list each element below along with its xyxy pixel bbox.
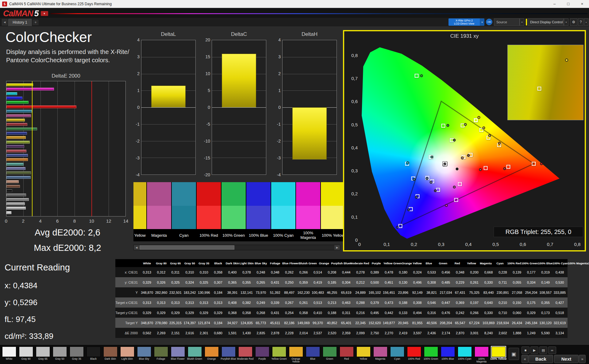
- pin-button[interactable]: ▪: [584, 18, 588, 26]
- display-control-caret[interactable]: ▾: [564, 18, 568, 26]
- patch-color: [407, 347, 421, 357]
- axis-tick-label: 10: [89, 218, 94, 224]
- patch-swatch[interactable]: Orange Yellow: [287, 347, 304, 363]
- target-window-button[interactable]: ▣: [509, 348, 519, 360]
- patch-swatch[interactable]: 100% Green: [422, 347, 439, 363]
- patch-swatch[interactable]: White: [1, 347, 17, 363]
- deltae-bar-row: [6, 207, 125, 210]
- swatch-measured-color: [296, 206, 320, 229]
- swatch-scrollbar[interactable]: ◀ ▶: [133, 245, 340, 250]
- patch-swatch[interactable]: Yellow: [355, 347, 372, 363]
- axis-tick-label: 0: [355, 237, 358, 243]
- swatch-measured-color: [197, 206, 221, 229]
- patch-swatch[interactable]: Foliage: [152, 347, 169, 363]
- swatch-colors: [246, 182, 271, 229]
- patch-swatch[interactable]: Purple: [254, 347, 271, 363]
- patch-swatch[interactable]: Orange: [203, 347, 220, 363]
- table-cell: 65,773: [254, 318, 268, 328]
- table-row: x: CIE310,3130,3120,3110,3100,3100,3580,…: [115, 267, 568, 277]
- meter-dropdown-caret[interactable]: ▾: [480, 18, 484, 26]
- patch-swatch[interactable]: Bluish Green: [186, 347, 203, 363]
- deltae-target-line: [32, 81, 33, 216]
- patch-swatch[interactable]: Green: [321, 347, 338, 363]
- settings-gear-button[interactable]: ⚙: [570, 18, 577, 26]
- patch-label: Purple: [254, 358, 271, 363]
- next-button[interactable]: Next: [554, 355, 579, 363]
- current-reading-cdm2: cd/m²: 333,89: [5, 331, 53, 341]
- scrollbar-thumb[interactable]: [140, 245, 234, 250]
- swatch-cell[interactable]: 100% Cyan: [271, 182, 295, 241]
- add-tab-button[interactable]: +: [33, 20, 39, 25]
- swatch-cell[interactable]: Yellow: [133, 182, 146, 241]
- tab-history-1[interactable]: History 1: [8, 19, 32, 26]
- patch-swatch[interactable]: 100% Red: [406, 347, 422, 363]
- deltae-bar: [6, 105, 76, 108]
- logo-menu-button[interactable]: ▾: [41, 11, 48, 16]
- deltae-bar-row: [6, 193, 125, 197]
- patch-swatch[interactable]: Gray 65: [34, 347, 51, 363]
- meter-selector-button[interactable]: X-Rite i1Pro 2 LCD Direct View: [448, 18, 480, 26]
- patch-swatch[interactable]: Dark Skin: [102, 347, 119, 363]
- display-control-selector[interactable]: Direct Display Control: [528, 18, 564, 26]
- swatch-cell[interactable]: Magenta: [147, 182, 171, 241]
- patch-swatch[interactable]: 100% Blue: [439, 347, 456, 363]
- measure-play-button[interactable]: ▶: [530, 347, 538, 354]
- tab-scroll-left-button[interactable]: ◀: [2, 19, 7, 25]
- patch-swatch[interactable]: Purplish Blue: [220, 347, 237, 363]
- patch-swatch[interactable]: Yellow Green: [271, 347, 287, 363]
- patch-swatch[interactable]: Black: [85, 347, 102, 363]
- patch-swatch[interactable]: 100% Yellow: [490, 347, 507, 363]
- swatch-cell[interactable]: 100% Green: [221, 182, 246, 241]
- scroll-right-button[interactable]: ▶: [334, 245, 340, 250]
- grid-line: [212, 158, 266, 158]
- help-button[interactable]: ?: [578, 18, 583, 26]
- y-axis-labels: -4-3-2-101234: [132, 40, 140, 175]
- display-control-accent: [526, 19, 527, 25]
- measure-read-button[interactable]: ▤: [539, 347, 547, 354]
- swatch-measured-color: [147, 206, 171, 229]
- swatch-cell[interactable]: 100% Magenta: [296, 182, 320, 241]
- table-cell: 0,444: [339, 267, 353, 277]
- next-arrows-button[interactable]: »: [579, 355, 586, 363]
- table-cell: 232,501: [168, 287, 183, 297]
- swatch-cell[interactable]: 100% Yellow: [321, 182, 345, 241]
- scroll-left-button[interactable]: ◀: [134, 245, 139, 250]
- patch-swatch[interactable]: Blue Flower: [169, 347, 186, 363]
- patch-color: [306, 347, 320, 357]
- patch-label: Gray 65: [35, 358, 51, 363]
- cie-measured-marker: [479, 168, 482, 171]
- minimize-button[interactable]: –: [548, 0, 561, 8]
- swatch-cell[interactable]: 100% Blue: [246, 182, 271, 241]
- patch-swatch[interactable]: Gray 35: [68, 347, 85, 363]
- maximize-button[interactable]: □: [561, 0, 575, 8]
- table-cell: 0,358: [296, 308, 310, 318]
- patch-swatch[interactable]: Gray 80: [17, 347, 34, 363]
- source-selector[interactable]: Source: [494, 18, 520, 26]
- table-cell: 0,308: [425, 277, 439, 287]
- chart-title: DeltaH: [282, 31, 337, 37]
- patch-swatch[interactable]: Moderate Red: [237, 347, 254, 363]
- cie-measured-marker: [413, 178, 415, 181]
- patch-swatch[interactable]: Red: [338, 347, 355, 363]
- patch-swatch[interactable]: Light Skin: [119, 347, 136, 363]
- back-arrows-button[interactable]: «: [522, 355, 528, 363]
- patch-swatch[interactable]: 100% Magenta: [473, 347, 490, 363]
- patch-swatch[interactable]: Cyan: [389, 347, 406, 363]
- table-column-header: Black: [211, 259, 225, 267]
- patch-swatch[interactable]: Magenta: [372, 347, 389, 363]
- patch-swatch[interactable]: Gray 50: [51, 347, 68, 363]
- table-cell: 38,821: [425, 287, 439, 297]
- swatch-cell[interactable]: Cyan: [172, 182, 196, 241]
- table-cell: 51,392: [268, 287, 282, 297]
- swatch-cell[interactable]: 100% Red: [197, 182, 221, 241]
- back-button[interactable]: Back: [529, 355, 553, 363]
- measure-continuous-button[interactable]: ∞: [548, 347, 556, 354]
- measure-stop-button[interactable]: ■: [522, 347, 529, 354]
- patch-swatch[interactable]: Blue Sky: [136, 347, 152, 363]
- source-dropdown-caret[interactable]: ▾: [520, 18, 524, 26]
- patch-swatch[interactable]: Blue: [304, 347, 321, 363]
- table-column-header: Purple: [369, 259, 383, 267]
- patch-swatch[interactable]: 100% Cyan: [456, 347, 473, 363]
- close-button[interactable]: ×: [575, 0, 589, 8]
- axis-tick-label: 15: [205, 54, 210, 59]
